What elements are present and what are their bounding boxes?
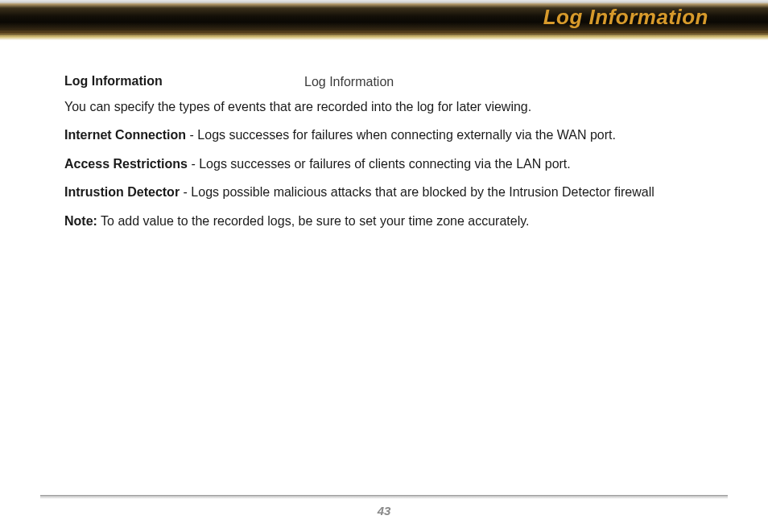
definition-body: - Logs successes or failures of clients … <box>188 157 571 171</box>
content-area: Log Information Log Information You can … <box>0 40 768 230</box>
header-band: Log Information <box>0 0 768 40</box>
definition-label: Access Restrictions <box>64 157 188 171</box>
page-number: 43 <box>0 504 768 518</box>
figure-caption: Log Information <box>296 74 707 90</box>
definition-body: - Logs successes for failures when conne… <box>186 128 616 142</box>
definition-body: - Logs possible malicious attacks that a… <box>180 185 654 199</box>
definition-label: Internet Connection <box>64 128 186 142</box>
definition-item: Access Restrictions - Logs successes or … <box>64 155 707 173</box>
note-paragraph: Note: To add value to the recorded logs,… <box>64 212 707 230</box>
footer-divider <box>40 495 728 499</box>
note-body: To add value to the recorded logs, be su… <box>97 214 530 228</box>
header-stripes <box>0 29 768 35</box>
page-title: Log Information <box>543 5 708 30</box>
intro-paragraph: You can specify the types of events that… <box>64 98 707 116</box>
definition-item: Intrustion Detector - Logs possible mali… <box>64 184 707 201</box>
definition-label: Intrustion Detector <box>64 185 180 199</box>
definition-item: Internet Connection - Logs successes for… <box>64 126 707 144</box>
footer: 43 <box>0 495 768 518</box>
note-label: Note: <box>64 214 97 228</box>
